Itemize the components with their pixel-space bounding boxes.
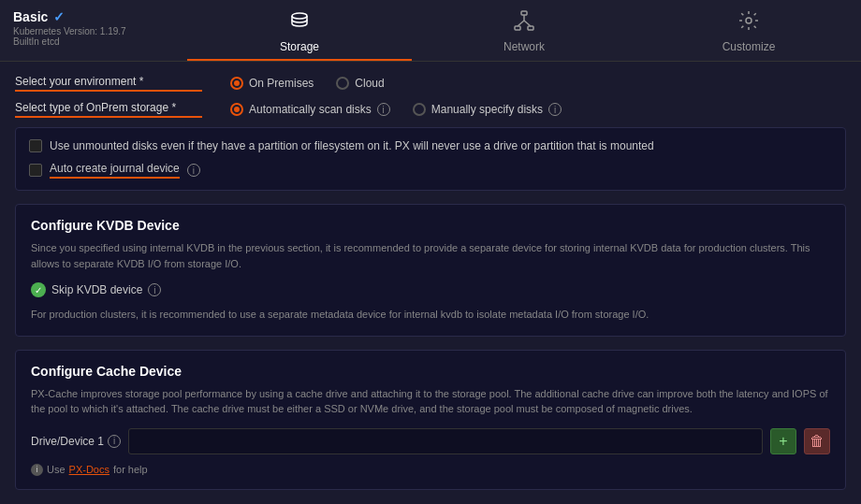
drive-row: Drive/Device 1 i + 🗑: [31, 428, 830, 454]
customize-icon: [737, 9, 760, 36]
on-premises-label: On Premises: [249, 77, 314, 90]
help-info-icon: i: [31, 464, 43, 476]
kvdb-description: Since you specified using internal KVDB …: [31, 240, 830, 271]
svg-rect-2: [515, 26, 520, 30]
cache-description: PX-Cache improves storage pool performan…: [31, 386, 830, 417]
help-suffix: for help: [113, 464, 148, 475]
environment-radio-group: On Premises Cloud: [230, 77, 385, 90]
cache-title: Configure Cache Device: [31, 364, 830, 379]
storage-type-label: Select type of OnPrem storage *: [15, 101, 202, 118]
unmounted-disks-checkbox[interactable]: [29, 139, 42, 152]
tab-customize[interactable]: Customize: [636, 0, 861, 61]
kvdb-note: For production clusters, it is recommend…: [31, 307, 830, 323]
unmounted-disks-label: Use unmounted disks even if they have a …: [50, 139, 654, 152]
tab-basic[interactable]: Basic ✓ Kubernetes Version: 1.19.7 Built…: [0, 0, 187, 61]
manual-info-icon[interactable]: i: [548, 103, 562, 116]
main-content: Select your environment * On Premises Cl…: [0, 62, 861, 504]
storage-tab-label: Storage: [280, 40, 319, 53]
basic-check-icon: ✓: [53, 9, 65, 24]
svg-point-0: [292, 13, 307, 19]
built-in-label: BuiltIn etcd: [13, 36, 59, 47]
delete-drive-button[interactable]: 🗑: [804, 428, 830, 454]
unmounted-disks-row: Use unmounted disks even if they have a …: [29, 139, 832, 152]
kvdb-title: Configure KVDB Device: [31, 218, 830, 233]
help-row: i Use PX-Docs for help: [31, 464, 830, 476]
tab-storage[interactable]: Storage: [187, 0, 412, 61]
skip-kvdb-row: Skip KVDB device i: [31, 282, 830, 297]
auto-journal-label: Auto create journal device: [50, 162, 180, 179]
environment-row: Select your environment * On Premises Cl…: [15, 75, 846, 92]
kvdb-section: Configure KVDB Device Since you specifie…: [15, 204, 846, 337]
radio-on-premises[interactable]: On Premises: [230, 77, 314, 90]
radio-cloud[interactable]: Cloud: [336, 77, 384, 90]
basic-tab-label: Basic: [13, 9, 48, 24]
network-icon: [513, 9, 535, 36]
k8s-version: Kubernetes Version: 1.19.7: [13, 26, 126, 36]
svg-rect-3: [528, 26, 533, 30]
radio-dot-auto-scan: [230, 103, 243, 116]
storage-type-radio-group: Automatically scan disks i Manually spec…: [230, 103, 562, 116]
options-section: Use unmounted disks even if they have a …: [15, 127, 846, 191]
tab-network[interactable]: Network: [412, 0, 636, 61]
manual-label: Manually specify disks: [431, 103, 543, 116]
radio-dot-on-premises: [230, 77, 243, 90]
storage-type-row: Select type of OnPrem storage * Automati…: [15, 101, 846, 118]
drive-input[interactable]: [128, 428, 763, 454]
skip-kvdb-info-icon[interactable]: i: [148, 283, 161, 296]
radio-manual[interactable]: Manually specify disks i: [413, 103, 562, 116]
add-drive-button[interactable]: +: [770, 428, 796, 454]
radio-dot-manual: [413, 103, 426, 116]
help-text: Use: [47, 464, 66, 475]
auto-scan-info-icon[interactable]: i: [377, 103, 390, 116]
customize-tab-label: Customize: [722, 40, 776, 53]
network-tab-label: Network: [503, 40, 545, 53]
environment-label: Select your environment *: [15, 75, 202, 92]
storage-icon: [288, 9, 311, 36]
cloud-label: Cloud: [355, 77, 384, 90]
radio-auto-scan[interactable]: Automatically scan disks i: [230, 103, 390, 116]
svg-line-5: [518, 21, 524, 26]
drive-info-icon[interactable]: i: [108, 435, 121, 448]
radio-dot-cloud: [336, 77, 349, 90]
auto-journal-checkbox[interactable]: [29, 164, 42, 177]
svg-line-6: [524, 21, 531, 26]
top-nav: Basic ✓ Kubernetes Version: 1.19.7 Built…: [0, 0, 861, 62]
drive-label: Drive/Device 1 i: [31, 435, 121, 448]
px-docs-link[interactable]: PX-Docs: [69, 464, 109, 475]
auto-journal-info-icon[interactable]: i: [187, 164, 200, 177]
cache-section: Configure Cache Device PX-Cache improves…: [15, 350, 846, 490]
svg-rect-1: [521, 11, 527, 15]
svg-point-7: [746, 18, 752, 23]
skip-kvdb-check-icon: [31, 282, 46, 297]
skip-kvdb-label: Skip KVDB device: [51, 283, 142, 296]
auto-scan-label: Automatically scan disks: [249, 103, 372, 116]
auto-journal-row: Auto create journal device i: [29, 162, 832, 179]
